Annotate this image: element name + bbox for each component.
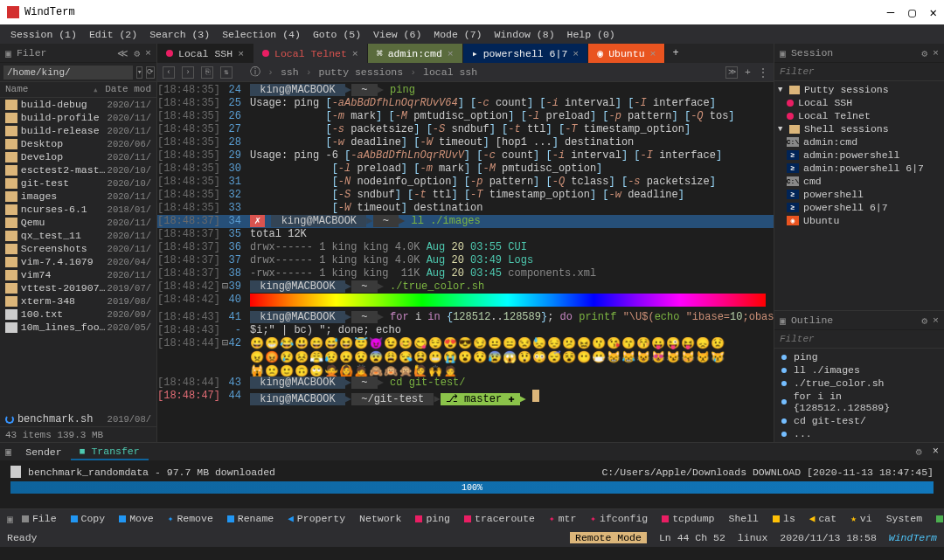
menu-item[interactable]: Session (1) [5,27,82,42]
session-tree-item[interactable]: ◉Ubuntu [774,214,944,227]
tab-close-icon[interactable]: × [238,48,244,59]
toolbar-button[interactable]: File [17,513,62,524]
crumb[interactable]: putty sessions [319,66,404,78]
toolbar-button[interactable]: System [881,513,927,524]
session-tab[interactable]: ⌘admin:cmd× [368,44,463,63]
new-tab-button[interactable]: + [665,47,685,59]
filer-item[interactable]: esctest2-master2020/10/ [0,163,156,176]
session-close-icon[interactable]: × [933,47,939,59]
tab-transfer[interactable]: ■ Transfer [71,444,149,460]
refresh-icon[interactable]: ⟳ [146,66,155,79]
session-tree-item[interactable]: ≥admin:powershell 6|7 [774,162,944,175]
filer-item[interactable]: ncurses-6.12018/01/ [0,203,156,216]
filer-path-input[interactable] [3,66,133,80]
bottom-settings-icon[interactable]: ⚙ [911,446,927,459]
filer-item[interactable]: Qemu2020/11/ [0,216,156,229]
filer-item[interactable]: 100.txt2020/09/ [0,308,156,321]
outline-item[interactable]: ./true_color.sh [774,377,944,390]
col-date[interactable]: Date mod [105,84,151,95]
session-tree-item[interactable]: C:\cmd [774,175,944,188]
toolbar-button[interactable]: Shell [724,513,765,524]
filer-item[interactable]: xterm-3482019/08/ [0,294,156,308]
session-tree-item[interactable]: Local Telnet [774,109,944,122]
session-tree-item[interactable]: Local SSH [774,96,944,109]
outline-item[interactable]: ll ./images [774,363,944,377]
filer-item[interactable]: build-release2020/11/ [0,124,156,137]
toolbar-button[interactable]: ◀cat [804,513,842,524]
toolbar-button[interactable]: tcpdump [656,513,719,524]
outline-close-icon[interactable]: × [933,315,939,326]
tab-sender[interactable]: Sender [17,445,70,460]
filer-menu-icon[interactable]: ≪ [117,47,128,59]
pin-icon[interactable]: ▣ [7,513,13,525]
menu-item[interactable]: Help (0) [562,27,621,42]
maximize-button[interactable]: ▢ [908,5,915,20]
file-name[interactable]: benchmark.sh [17,413,104,425]
crumb[interactable]: ssh [281,66,299,78]
copy-icon[interactable]: ⎘ [201,66,213,79]
menu-item[interactable]: Search (3) [144,27,215,42]
nav-fwd-icon[interactable]: › [182,66,194,79]
session-tree-item[interactable]: ≥powershell 6|7 [774,201,944,214]
toolbar-button[interactable]: ✦ifconfig [585,513,653,524]
session-tree-item[interactable]: ▼Putty sessions [774,83,944,96]
tab-close-icon[interactable]: × [448,48,454,59]
col-name[interactable]: Name [5,84,93,95]
session-settings-icon[interactable]: ⚙ [921,47,927,59]
filer-item[interactable]: vim742020/11/ [0,268,156,281]
filer-item[interactable]: Desktop2020/06/ [0,137,156,150]
toolbar-button[interactable]: reboot [931,513,944,524]
toolbar-button[interactable]: traceroute [459,513,540,524]
toolbar-button[interactable]: ls [767,513,801,524]
filer-close-icon[interactable]: × [145,47,151,59]
toolbar-button[interactable]: ◀Property [282,513,351,524]
outline-filter[interactable]: Filter [774,330,944,349]
close-button[interactable]: ✕ [930,5,937,20]
info-icon[interactable]: ⓘ [250,66,260,79]
nav-back-icon[interactable]: ‹ [163,66,175,79]
toolbar-button[interactable]: Copy [66,513,111,524]
toolbar-button[interactable]: ✦mtr [544,513,581,524]
minimize-button[interactable]: — [887,5,894,20]
menu-item[interactable]: Edit (2) [84,27,142,42]
session-tree-item[interactable]: ≥powershell [774,188,944,201]
filer-item[interactable]: qx_test_112020/11/ [0,229,156,242]
menu-item[interactable]: Mode (7) [428,27,487,42]
session-tree-item[interactable]: ≥admin:powershell [774,149,944,162]
outline-item[interactable]: for i in {128512..128589} [774,390,944,414]
toolbar-button[interactable]: Rename [222,513,279,524]
menu-item[interactable]: View (6) [368,27,427,42]
session-tree-item[interactable]: ▼Shell sessions [774,122,944,135]
paste-icon[interactable]: ⇅ [220,66,233,79]
outline-item[interactable]: ping [774,350,944,363]
outline-item[interactable]: cd git-test/ [774,414,944,427]
tabs-menu-icon[interactable]: ⋮ [758,66,768,79]
pin-icon[interactable]: ▣ [780,47,786,59]
filer-item[interactable]: 10m_lines_foo.t…2020/05/ [0,321,156,334]
outline-item[interactable]: ... [774,427,944,440]
add-tab-icon[interactable]: + [745,66,751,78]
filer-item[interactable]: git-test2020/10/ [0,176,156,190]
toolbar-button[interactable]: Network [354,513,406,524]
session-tab[interactable]: ◉Ubuntu× [588,44,665,63]
filer-item[interactable]: vim-7.4.10792020/04/ [0,255,156,268]
toolbar-button[interactable]: ★vi [845,513,877,524]
pin-icon[interactable]: ▣ [5,47,11,59]
pin-icon[interactable]: ▣ [0,446,17,459]
filer-item[interactable]: Screenshots2020/11/ [0,242,156,255]
tab-close-icon[interactable]: × [650,48,656,59]
toolbar-button[interactable]: Move [114,513,159,524]
menu-item[interactable]: Window (8) [489,27,560,42]
session-filter[interactable]: Filter [774,63,944,81]
filer-item[interactable]: Develop2020/11/ [0,150,156,163]
filer-item[interactable]: images2020/11/ [0,190,156,203]
session-tab[interactable]: Local SSH× [157,44,253,63]
filer-settings-icon[interactable]: ⚙ [134,47,140,59]
remote-mode-badge[interactable]: Remote Mode [570,532,647,543]
pin-icon[interactable]: ▣ [780,315,786,327]
menu-item[interactable]: Goto (5) [308,27,366,42]
tab-close-icon[interactable]: × [573,48,579,59]
menu-item[interactable]: Selection (4) [217,27,306,42]
crumb[interactable]: local ssh [423,66,477,78]
session-tab[interactable]: ▸powershell 6|7× [463,44,588,63]
